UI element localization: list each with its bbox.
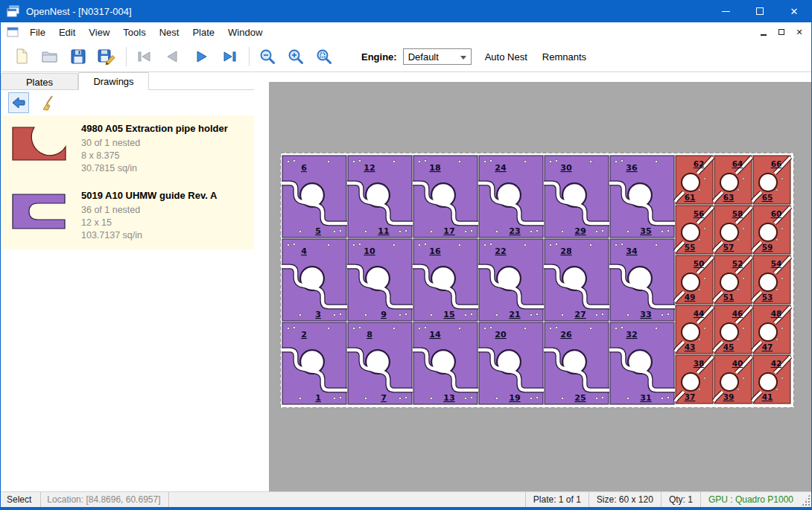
- drawing-title: 5019 A10 UHMW guide Rev. A: [81, 190, 250, 201]
- engine-select[interactable]: Default: [403, 48, 472, 65]
- red-part-pair[interactable]: 5857: [714, 205, 752, 254]
- red-part-pair[interactable]: 4443: [675, 305, 713, 354]
- red-part-pair[interactable]: 4241: [752, 355, 790, 404]
- red-part-pair[interactable]: 6261: [675, 156, 713, 204]
- svg-text:11: 11: [378, 226, 389, 236]
- plate[interactable]: 6512111817242330293635431091615222128273…: [280, 153, 794, 408]
- mdi-close-button[interactable]: ✕: [790, 25, 808, 39]
- remnants-button[interactable]: Remnants: [541, 48, 588, 66]
- red-part-pair[interactable]: 6665: [752, 156, 790, 204]
- red-part-pair[interactable]: 6463: [714, 156, 752, 204]
- nest-drawing[interactable]: 6512111817242330293635431091615222128273…: [280, 153, 794, 408]
- mdi-minimize-button[interactable]: [755, 25, 773, 39]
- purple-part-pair[interactable]: 3635: [609, 156, 675, 238]
- svg-text:36: 36: [626, 163, 638, 173]
- tab-drawings[interactable]: Drawings: [78, 72, 149, 90]
- new-document-icon: [13, 48, 31, 66]
- red-part-pair[interactable]: 4039: [714, 355, 752, 404]
- purple-part-pair[interactable]: 3433: [609, 239, 675, 321]
- status-separator: [168, 492, 169, 507]
- extraction-pipe-holder-shape: [13, 127, 66, 160]
- svg-text:2: 2: [301, 330, 307, 340]
- purple-part-pair[interactable]: 2423: [478, 156, 544, 238]
- purple-part-pair[interactable]: 2827: [544, 239, 609, 321]
- svg-text:47: 47: [762, 342, 773, 351]
- red-part-pair[interactable]: 5251: [714, 255, 752, 304]
- svg-text:21: 21: [509, 310, 520, 319]
- drawing-size: 8 x 8.375: [81, 150, 250, 162]
- nest-canvas[interactable]: 6512111817242330293635431091615222128273…: [269, 82, 811, 491]
- drawing-nested-count: 30 of 1 nested: [81, 137, 250, 150]
- go-last-button[interactable]: [218, 45, 241, 68]
- menu-nest[interactable]: Nest: [153, 24, 186, 41]
- purple-part-pair[interactable]: 2019: [478, 322, 544, 404]
- purple-part-pair[interactable]: 3231: [609, 322, 675, 404]
- resize-grip-icon[interactable]: [801, 492, 811, 507]
- purple-part-pair[interactable]: 109: [347, 239, 413, 321]
- go-first-button[interactable]: [133, 45, 156, 68]
- svg-text:10: 10: [364, 246, 375, 256]
- svg-text:4: 4: [301, 246, 307, 256]
- drawing-item-uhmw-guide[interactable]: 5019 A10 UHMW guide Rev. A 36 of 1 neste…: [1, 182, 254, 249]
- purple-part-pair[interactable]: 3029: [544, 156, 609, 238]
- menu-tools[interactable]: Tools: [116, 24, 152, 41]
- toolbar-separator: [126, 47, 127, 66]
- menu-edit[interactable]: Edit: [52, 24, 82, 41]
- clear-broom-button[interactable]: [38, 92, 59, 113]
- save-as-button[interactable]: [95, 45, 118, 68]
- mdi-restore-button[interactable]: [773, 25, 790, 39]
- purple-part-pair[interactable]: 43: [282, 239, 347, 321]
- red-part-pair[interactable]: 5453: [752, 255, 790, 304]
- drawing-item-extraction-pipe-holder[interactable]: 4980 A05 Extraction pipe holder 30 of 1 …: [1, 115, 254, 182]
- go-next-button[interactable]: [189, 45, 213, 68]
- content-area: Plates Drawings: [1, 72, 811, 491]
- purple-part-pair[interactable]: 1615: [413, 239, 478, 321]
- purple-part-pair[interactable]: 65: [282, 156, 347, 238]
- back-arrow-button[interactable]: [8, 92, 29, 113]
- purple-part-pair[interactable]: 1413: [413, 322, 478, 404]
- purple-part-pair[interactable]: 21: [282, 322, 347, 404]
- panel-splitter[interactable]: [254, 72, 269, 491]
- minimize-button[interactable]: [708, 0, 743, 22]
- window-title: OpenNest - [N0317-004]: [26, 6, 708, 17]
- zoom-in-button[interactable]: [284, 45, 308, 68]
- red-part-pair[interactable]: 4847: [752, 305, 790, 354]
- back-arrow-icon: [10, 95, 27, 111]
- menu-plate[interactable]: Plate: [185, 24, 221, 41]
- red-part-pair[interactable]: 6059: [752, 205, 790, 254]
- svg-text:26: 26: [560, 330, 572, 340]
- purple-part-pair[interactable]: 87: [347, 322, 413, 404]
- panel-tabs: Plates Drawings: [1, 72, 254, 90]
- open-folder-button[interactable]: [38, 45, 62, 68]
- svg-text:23: 23: [509, 226, 520, 236]
- purple-part-pair[interactable]: 1211: [347, 156, 413, 238]
- purple-part-pair[interactable]: 2625: [544, 322, 609, 404]
- close-button[interactable]: ✕: [777, 0, 811, 22]
- save-button[interactable]: [66, 45, 90, 68]
- zoom-fit-button[interactable]: [312, 45, 336, 68]
- menu-file[interactable]: File: [23, 24, 52, 41]
- svg-text:1: 1: [315, 393, 321, 403]
- purple-part-pair[interactable]: 2221: [478, 239, 544, 321]
- save-as-icon: [97, 48, 116, 66]
- purple-part-pair[interactable]: 1817: [413, 156, 478, 238]
- red-part-pair[interactable]: 3837: [675, 355, 713, 404]
- maximize-icon: [756, 7, 764, 15]
- uhmw-guide-shape: [13, 194, 65, 229]
- new-document-button[interactable]: [10, 45, 34, 68]
- maximize-button[interactable]: [743, 0, 777, 22]
- red-part-pair[interactable]: 5655: [675, 205, 713, 254]
- svg-text:53: 53: [762, 293, 773, 302]
- red-part-pair[interactable]: 4645: [714, 305, 752, 354]
- svg-text:62: 62: [694, 159, 705, 168]
- auto-nest-button[interactable]: Auto Nest: [483, 48, 529, 66]
- tab-plates[interactable]: Plates: [1, 73, 78, 90]
- svg-text:35: 35: [640, 226, 651, 236]
- svg-text:52: 52: [732, 259, 743, 268]
- mdi-restore-icon: [778, 29, 784, 35]
- menu-window[interactable]: Window: [221, 24, 269, 41]
- zoom-out-button[interactable]: [256, 45, 279, 68]
- menu-view[interactable]: View: [82, 24, 116, 41]
- red-part-pair[interactable]: 5049: [675, 255, 713, 304]
- go-previous-button[interactable]: [161, 45, 185, 68]
